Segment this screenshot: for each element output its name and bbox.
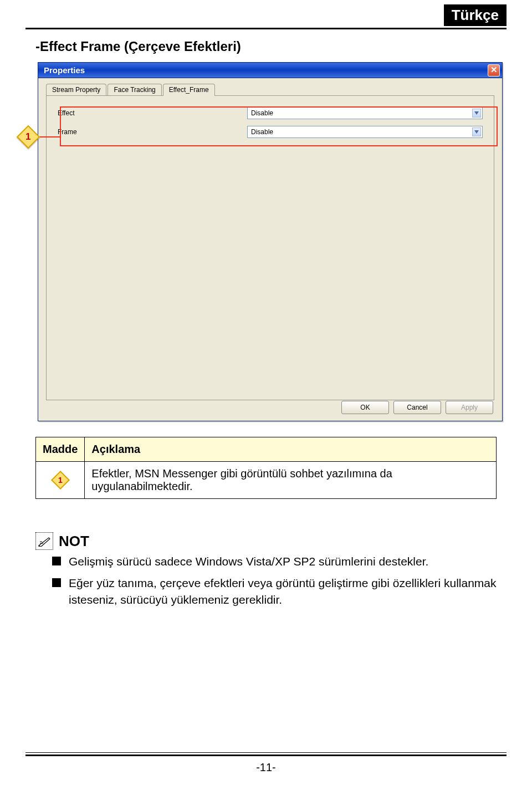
language-badge: Türkçe bbox=[444, 4, 507, 26]
form-rows: Effect Disable Frame Disable bbox=[58, 106, 483, 139]
callout-marker-1: 1 bbox=[20, 129, 61, 145]
dialog-body: Stream Property Face Tracking Effect_Fra… bbox=[38, 78, 502, 421]
dropdown-effect[interactable]: Disable bbox=[247, 107, 483, 119]
cell-description: Efektler, MSN Messenger gibi görüntülü s… bbox=[85, 462, 497, 499]
cancel-button[interactable]: Cancel bbox=[393, 401, 441, 414]
footer-rule-thin bbox=[25, 752, 507, 753]
note-list: Gelişmiş sürücü sadece Windows Vista/XP … bbox=[52, 553, 497, 608]
dialog-title: Properties bbox=[44, 65, 85, 75]
diamond-marker-icon: 1 bbox=[51, 471, 70, 490]
row-frame: Frame Disable bbox=[58, 125, 483, 139]
description-table: Madde Açıklama 1 Efektler, MSN Messenger… bbox=[35, 437, 497, 499]
list-item: Gelişmiş sürücü sadece Windows Vista/XP … bbox=[52, 553, 497, 569]
top-horizontal-rule bbox=[25, 28, 507, 29]
description-table-section: Madde Açıklama 1 Efektler, MSN Messenger… bbox=[35, 437, 497, 499]
th-aciklama: Açıklama bbox=[85, 437, 497, 462]
tab-strip: Stream Property Face Tracking Effect_Fra… bbox=[46, 84, 494, 96]
table-row: 1 Efektler, MSN Messenger gibi görüntülü… bbox=[36, 462, 497, 499]
note-section: NOT Gelişmiş sürücü sadece Windows Vista… bbox=[35, 532, 497, 613]
cell-marker: 1 bbox=[36, 462, 85, 499]
label-effect: Effect bbox=[58, 109, 243, 117]
note-header: NOT bbox=[35, 532, 497, 550]
ok-button[interactable]: OK bbox=[341, 401, 389, 414]
note-text-2: Eğer yüz tanıma, çerçeve efektleri veya … bbox=[69, 575, 497, 608]
note-icon bbox=[35, 532, 53, 550]
tab-stream-property[interactable]: Stream Property bbox=[46, 84, 106, 96]
tab-effect-frame[interactable]: Effect_Frame bbox=[163, 84, 215, 96]
list-item: Eğer yüz tanıma, çerçeve efektleri veya … bbox=[52, 575, 497, 608]
dialog-footer: OK Cancel Apply bbox=[341, 401, 493, 414]
marker-number: 1 bbox=[58, 476, 63, 485]
th-madde: Madde bbox=[36, 437, 85, 462]
tab-panel: Effect Disable Frame Disable bbox=[46, 95, 494, 400]
properties-dialog: Properties ✕ Stream Property Face Tracki… bbox=[38, 62, 503, 421]
chevron-down-icon bbox=[472, 109, 481, 118]
square-bullet-icon bbox=[52, 557, 61, 565]
row-effect: Effect Disable bbox=[58, 106, 483, 120]
tab-face-tracking[interactable]: Face Tracking bbox=[108, 84, 161, 96]
square-bullet-icon bbox=[52, 578, 61, 587]
section-title: -Effect Frame (Çerçeve Efektleri) bbox=[35, 39, 241, 54]
callout-connector-line bbox=[37, 136, 61, 137]
close-button[interactable]: ✕ bbox=[488, 64, 500, 77]
note-text-1: Gelişmiş sürücü sadece Windows Vista/XP … bbox=[69, 553, 428, 569]
apply-button[interactable]: Apply bbox=[446, 401, 493, 414]
footer-rule-thick bbox=[25, 755, 507, 756]
label-frame: Frame bbox=[58, 128, 243, 136]
chevron-down-icon bbox=[472, 128, 481, 136]
dropdown-frame-value: Disable bbox=[251, 128, 273, 136]
note-title: NOT bbox=[59, 533, 89, 550]
diamond-marker-icon: 1 bbox=[17, 125, 40, 149]
close-icon: ✕ bbox=[490, 65, 498, 74]
dropdown-frame[interactable]: Disable bbox=[247, 126, 483, 138]
dialog-titlebar: Properties ✕ bbox=[38, 63, 502, 78]
dropdown-effect-value: Disable bbox=[251, 109, 273, 117]
callout-number: 1 bbox=[25, 131, 30, 142]
page-number: -11- bbox=[0, 761, 532, 774]
